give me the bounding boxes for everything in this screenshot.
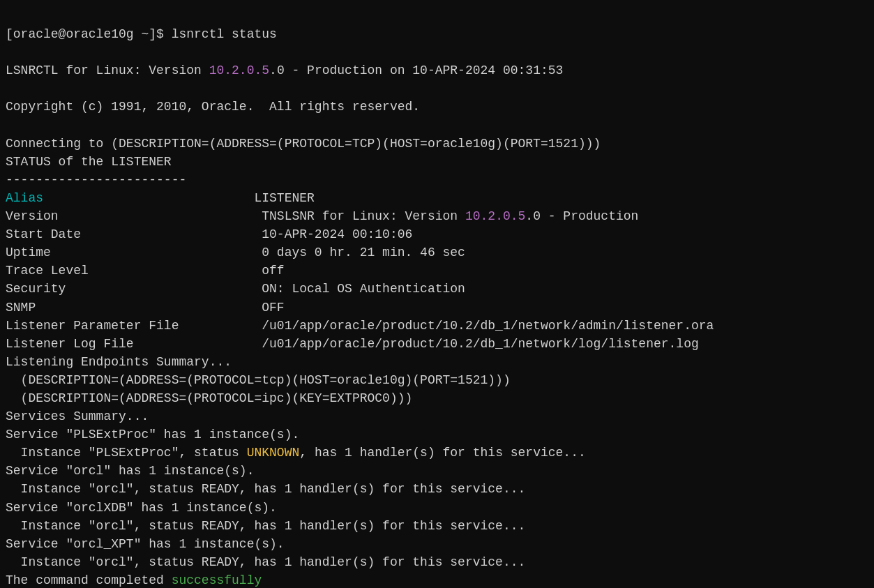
terminal-text: Trace Level off bbox=[6, 264, 285, 278]
terminal-text: LISTENER bbox=[43, 191, 315, 205]
terminal-line: Service "PLSExtProc" has 1 instance(s). bbox=[6, 425, 868, 444]
terminal-line: Service "orcl_XPT" has 1 instance(s). bbox=[6, 535, 868, 553]
terminal-line: Service "orclXDB" has 1 instance(s). bbox=[6, 499, 868, 517]
terminal-line: (DESCRIPTION=(ADDRESS=(PROTOCOL=ipc)(KEY… bbox=[6, 389, 868, 407]
terminal-text: UNKNOWN bbox=[247, 446, 300, 460]
terminal-text: (DESCRIPTION=(ADDRESS=(PROTOCOL=ipc)(KEY… bbox=[6, 391, 412, 405]
terminal-text: The command completed bbox=[6, 573, 172, 587]
terminal-line: STATUS of the LISTENER bbox=[6, 153, 868, 171]
terminal-text: SNMP OFF bbox=[6, 301, 285, 315]
terminal-output: [oracle@oracle10g ~]$ lsnrctl status LSN… bbox=[6, 7, 868, 588]
terminal-text: Instance "orcl", status READY, has 1 han… bbox=[6, 482, 525, 496]
terminal-text: Service "orclXDB" has 1 instance(s). bbox=[6, 501, 277, 515]
terminal-text: 10.2.0.5 bbox=[465, 209, 525, 223]
terminal-line: Service "orcl" has 1 instance(s). bbox=[6, 462, 868, 480]
terminal-text: ------------------------ bbox=[6, 173, 186, 187]
terminal-line: Instance "PLSExtProc", status UNKNOWN, h… bbox=[6, 444, 868, 462]
terminal-line: [oracle@oracle10g ~]$ lsnrctl status bbox=[6, 25, 868, 43]
terminal-text: Listening Endpoints Summary... bbox=[6, 355, 232, 369]
terminal-text: 10.2.0.5 bbox=[209, 63, 269, 77]
terminal-line: Connecting to (DESCRIPTION=(ADDRESS=(PRO… bbox=[6, 135, 868, 153]
terminal-text: STATUS of the LISTENER bbox=[6, 155, 172, 169]
terminal-text: Uptime 0 days 0 hr. 21 min. 46 sec bbox=[6, 246, 465, 259]
terminal-line: Listener Parameter File /u01/app/oracle/… bbox=[6, 317, 868, 335]
terminal-line: Listener Log File /u01/app/oracle/produc… bbox=[6, 335, 868, 353]
terminal-text: Instance "PLSExtProc", status bbox=[6, 446, 247, 460]
terminal-line: Listening Endpoints Summary... bbox=[6, 353, 868, 371]
terminal-line: LSNRCTL for Linux: Version 10.2.0.5.0 - … bbox=[6, 61, 868, 80]
terminal-text: , has 1 handler(s) for this service... bbox=[299, 446, 585, 460]
terminal-text: Services Summary... bbox=[6, 409, 149, 423]
terminal-text: Security ON: Local OS Authentication bbox=[6, 282, 465, 296]
terminal-text: Copyright (c) 1991, 2010, Oracle. All ri… bbox=[6, 100, 420, 114]
terminal-line: Start Date 10-APR-2024 00:10:06 bbox=[6, 225, 868, 243]
terminal-text: Service "orcl" has 1 instance(s). bbox=[6, 464, 254, 478]
terminal-text: Alias bbox=[6, 191, 43, 205]
terminal-line bbox=[6, 80, 868, 98]
terminal-line: Instance "orcl", status READY, has 1 han… bbox=[6, 517, 868, 535]
terminal-text: Connecting to (DESCRIPTION=(ADDRESS=(PRO… bbox=[6, 137, 601, 151]
terminal-line: Instance "orcl", status READY, has 1 han… bbox=[6, 553, 868, 571]
terminal-line: Services Summary... bbox=[6, 407, 868, 425]
terminal-line bbox=[6, 43, 868, 61]
terminal-text: successfully bbox=[172, 573, 262, 587]
terminal-line bbox=[6, 116, 868, 135]
terminal-line: Alias LISTENER bbox=[6, 189, 868, 207]
terminal-line: Version TNSLSNR for Linux: Version 10.2.… bbox=[6, 207, 868, 225]
terminal-line: Security ON: Local OS Authentication bbox=[6, 280, 868, 298]
terminal-line: The command completed successfully bbox=[6, 571, 868, 588]
terminal-text: Version TNSLSNR for Linux: Version bbox=[6, 209, 465, 223]
terminal-text: Instance "orcl", status READY, has 1 han… bbox=[6, 555, 525, 569]
terminal-line: Instance "orcl", status READY, has 1 han… bbox=[6, 480, 868, 498]
terminal-text: Start Date 10-APR-2024 00:10:06 bbox=[6, 227, 412, 241]
terminal-text: .0 - Production bbox=[525, 209, 638, 223]
terminal-text: (DESCRIPTION=(ADDRESS=(PROTOCOL=tcp)(HOS… bbox=[6, 373, 511, 387]
terminal-line: ------------------------ bbox=[6, 171, 868, 189]
terminal-text: Listener Log File /u01/app/oracle/produc… bbox=[6, 337, 699, 351]
terminal-text: LSNRCTL for Linux: Version bbox=[6, 63, 209, 77]
terminal-line: Trace Level off bbox=[6, 262, 868, 280]
terminal-text: Instance "orcl", status READY, has 1 han… bbox=[6, 519, 525, 533]
terminal-text: .0 - Production on 10-APR-2024 00:31:53 bbox=[269, 63, 563, 77]
terminal-text: Service "orcl_XPT" has 1 instance(s). bbox=[6, 537, 285, 551]
terminal-line: Copyright (c) 1991, 2010, Oracle. All ri… bbox=[6, 98, 868, 116]
terminal-text: Service "PLSExtProc" has 1 instance(s). bbox=[6, 428, 299, 442]
terminal-text: [oracle@oracle10g ~]$ lsnrctl status bbox=[6, 27, 277, 41]
terminal-line: SNMP OFF bbox=[6, 299, 868, 317]
terminal-line: (DESCRIPTION=(ADDRESS=(PROTOCOL=tcp)(HOS… bbox=[6, 371, 868, 389]
terminal-line: Uptime 0 days 0 hr. 21 min. 46 sec bbox=[6, 243, 868, 262]
terminal-text: Listener Parameter File /u01/app/oracle/… bbox=[6, 319, 714, 333]
